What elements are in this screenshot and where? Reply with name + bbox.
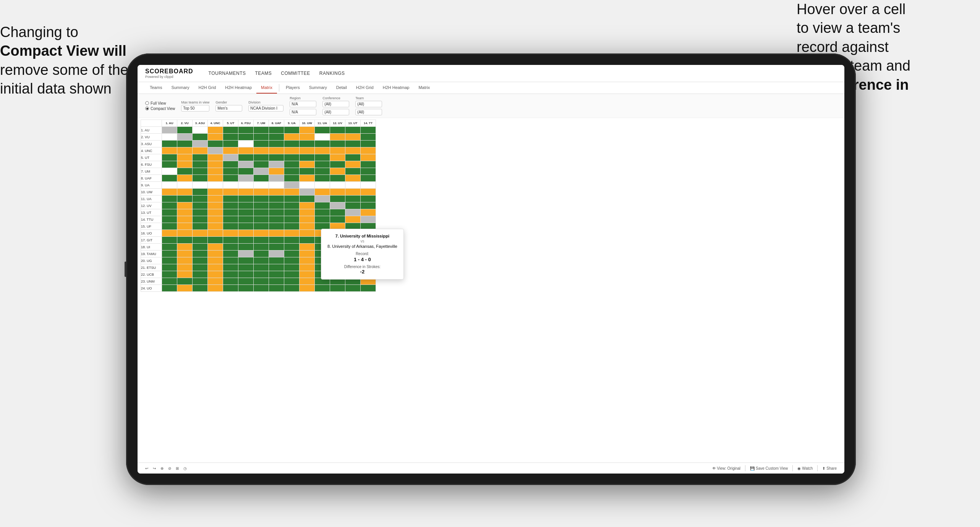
cell-r20-c5[interactable] xyxy=(238,264,254,271)
cell-r23-c11[interactable] xyxy=(330,285,345,292)
cell-r2-c11[interactable] xyxy=(330,141,345,147)
cell-r6-c8[interactable] xyxy=(284,168,300,175)
cell-r2-c12[interactable] xyxy=(345,141,361,147)
cell-r9-c12[interactable] xyxy=(345,189,361,196)
cell-r2-c0[interactable] xyxy=(162,141,177,147)
nav-committee[interactable]: COMMITTEE xyxy=(281,71,310,76)
cell-r8-c1[interactable] xyxy=(177,182,193,189)
radio-full-view[interactable]: Full View xyxy=(145,101,175,105)
cell-r15-c7[interactable] xyxy=(269,230,284,237)
cell-r17-c8[interactable] xyxy=(284,244,300,251)
cell-r1-c13[interactable] xyxy=(361,134,376,141)
cell-r3-c12[interactable] xyxy=(345,147,361,154)
cell-r4-c8[interactable] xyxy=(284,154,300,161)
cell-r8-c0[interactable] xyxy=(162,182,177,189)
cell-r0-c5[interactable] xyxy=(238,127,254,134)
cell-r13-c2[interactable] xyxy=(193,216,208,223)
cell-r16-c4[interactable] xyxy=(223,237,238,244)
cell-r22-c3[interactable] xyxy=(208,278,223,285)
cell-r11-c0[interactable] xyxy=(162,202,177,209)
cell-r1-c10[interactable] xyxy=(315,134,330,141)
cell-r13-c10[interactable] xyxy=(315,216,330,223)
cell-r10-c13[interactable] xyxy=(361,196,376,202)
cell-r2-c7[interactable] xyxy=(269,141,284,147)
cell-r12-c13[interactable] xyxy=(361,209,376,216)
cell-r19-c7[interactable] xyxy=(269,257,284,264)
max-teams-select[interactable]: Top 50 xyxy=(181,105,209,112)
cell-r6-c11[interactable] xyxy=(330,168,345,175)
cell-r16-c5[interactable] xyxy=(238,237,254,244)
cell-r2-c13[interactable] xyxy=(361,141,376,147)
cell-r4-c9[interactable] xyxy=(300,154,315,161)
cell-r19-c6[interactable] xyxy=(254,257,269,264)
cell-r9-c13[interactable] xyxy=(361,189,376,196)
cell-r10-c4[interactable] xyxy=(223,196,238,202)
cell-r21-c1[interactable] xyxy=(177,271,193,278)
cell-r4-c1[interactable] xyxy=(177,154,193,161)
cell-r20-c1[interactable] xyxy=(177,264,193,271)
cell-r6-c1[interactable] xyxy=(177,168,193,175)
cell-r18-c1[interactable] xyxy=(177,251,193,257)
cell-r12-c10[interactable] xyxy=(315,209,330,216)
tab-h2h-grid2[interactable]: H2H Grid xyxy=(352,82,378,94)
cell-r16-c3[interactable] xyxy=(208,237,223,244)
toolbar-share[interactable]: ⬆ Share xyxy=(822,466,837,470)
cell-r2-c5[interactable] xyxy=(238,141,254,147)
cell-r4-c12[interactable] xyxy=(345,154,361,161)
cell-r13-c11[interactable] xyxy=(330,216,345,223)
cell-r7-c4[interactable] xyxy=(223,175,238,182)
cell-r12-c6[interactable] xyxy=(254,209,269,216)
cell-r2-c8[interactable] xyxy=(284,141,300,147)
cell-r13-c12[interactable] xyxy=(345,216,361,223)
cell-r1-c3[interactable] xyxy=(208,134,223,141)
cell-r4-c0[interactable] xyxy=(162,154,177,161)
cell-r22-c7[interactable] xyxy=(269,278,284,285)
cell-r13-c9[interactable] xyxy=(300,216,315,223)
cell-r13-c13[interactable] xyxy=(361,216,376,223)
cell-r15-c2[interactable] xyxy=(193,230,208,237)
cell-r3-c5[interactable] xyxy=(238,147,254,154)
cell-r5-c10[interactable] xyxy=(315,161,330,168)
cell-r3-c0[interactable] xyxy=(162,147,177,154)
cell-r6-c3[interactable] xyxy=(208,168,223,175)
cell-r15-c9[interactable] xyxy=(300,230,315,237)
cell-r18-c4[interactable] xyxy=(223,251,238,257)
cell-r0-c8[interactable] xyxy=(284,127,300,134)
conference-select[interactable]: (All) xyxy=(322,101,349,107)
cell-r9-c1[interactable] xyxy=(177,189,193,196)
cell-r16-c1[interactable] xyxy=(177,237,193,244)
toolbar-icon2[interactable]: ⊘ xyxy=(168,466,171,470)
cell-r6-c2[interactable] xyxy=(193,168,208,175)
cell-r22-c9[interactable] xyxy=(300,278,315,285)
cell-r16-c0[interactable] xyxy=(162,237,177,244)
cell-r18-c5[interactable] xyxy=(238,251,254,257)
cell-r15-c5[interactable] xyxy=(238,230,254,237)
cell-r3-c6[interactable] xyxy=(254,147,269,154)
cell-r1-c9[interactable] xyxy=(300,134,315,141)
cell-r1-c8[interactable] xyxy=(284,134,300,141)
cell-r1-c11[interactable] xyxy=(330,134,345,141)
cell-r11-c8[interactable] xyxy=(284,202,300,209)
cell-r21-c2[interactable] xyxy=(193,271,208,278)
cell-r7-c5[interactable] xyxy=(238,175,254,182)
cell-r20-c8[interactable] xyxy=(284,264,300,271)
cell-r2-c6[interactable] xyxy=(254,141,269,147)
cell-r15-c3[interactable] xyxy=(208,230,223,237)
cell-r10-c11[interactable] xyxy=(330,196,345,202)
cell-r15-c6[interactable] xyxy=(254,230,269,237)
cell-r3-c2[interactable] xyxy=(193,147,208,154)
cell-r9-c2[interactable] xyxy=(193,189,208,196)
division-select[interactable]: NCAA Division I xyxy=(248,105,283,112)
cell-r18-c2[interactable] xyxy=(193,251,208,257)
tab-h2h-grid1[interactable]: H2H Grid xyxy=(194,82,220,94)
cell-r12-c2[interactable] xyxy=(193,209,208,216)
cell-r1-c12[interactable] xyxy=(345,134,361,141)
cell-r14-c0[interactable] xyxy=(162,223,177,230)
cell-r13-c4[interactable] xyxy=(223,216,238,223)
cell-r22-c0[interactable] xyxy=(162,278,177,285)
cell-r18-c7[interactable] xyxy=(269,251,284,257)
cell-r9-c5[interactable] xyxy=(238,189,254,196)
cell-r9-c11[interactable] xyxy=(330,189,345,196)
cell-r7-c13[interactable] xyxy=(361,175,376,182)
cell-r12-c7[interactable] xyxy=(269,209,284,216)
